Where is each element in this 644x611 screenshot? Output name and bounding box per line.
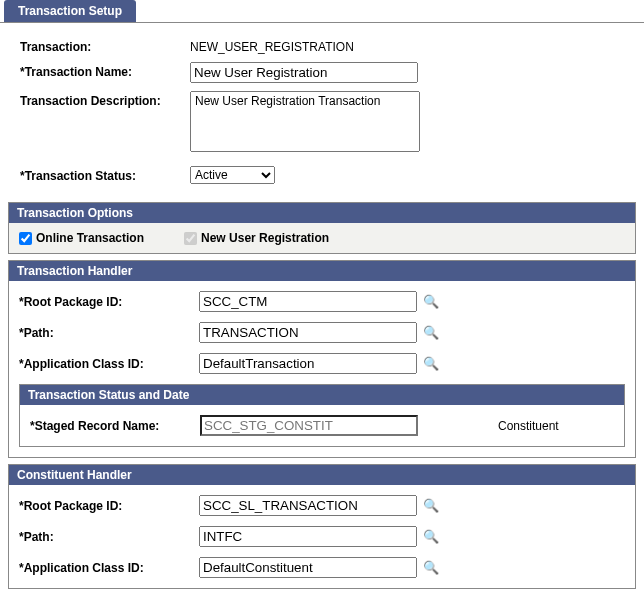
- lookup-icon[interactable]: 🔍: [423, 529, 439, 544]
- th-class-input[interactable]: [199, 353, 417, 374]
- lookup-icon[interactable]: 🔍: [423, 294, 439, 309]
- ch-root-label: *Root Package ID:: [19, 499, 199, 513]
- constituent-handler-header: Constituent Handler: [9, 465, 635, 485]
- lookup-icon[interactable]: 🔍: [423, 356, 439, 371]
- transaction-label: Transaction:: [20, 37, 190, 54]
- ch-path-label: *Path:: [19, 530, 199, 544]
- transaction-value: NEW_USER_REGISTRATION: [190, 37, 354, 54]
- th-root-input[interactable]: [199, 291, 417, 312]
- staged-record-input[interactable]: [200, 415, 418, 436]
- ch-root-input[interactable]: [199, 495, 417, 516]
- th-class-label: *Application Class ID:: [19, 357, 199, 371]
- ch-class-label: *Application Class ID:: [19, 561, 199, 575]
- online-transaction-checkbox[interactable]: [19, 232, 32, 245]
- tab-transaction-setup[interactable]: Transaction Setup: [4, 0, 136, 22]
- transaction-name-label: *Transaction Name:: [20, 62, 190, 79]
- transaction-options-header: Transaction Options: [9, 203, 635, 223]
- th-path-label: *Path:: [19, 326, 199, 340]
- online-transaction-label: Online Transaction: [36, 231, 144, 245]
- transaction-description-label: Transaction Description:: [20, 91, 190, 108]
- transaction-handler-header: Transaction Handler: [9, 261, 635, 281]
- staged-record-label: *Staged Record Name:: [30, 419, 200, 433]
- new-user-registration-checkbox[interactable]: [184, 232, 197, 245]
- transaction-status-select[interactable]: Active: [190, 166, 275, 184]
- new-user-registration-label: New User Registration: [201, 231, 329, 245]
- transaction-name-input[interactable]: [190, 62, 418, 83]
- ch-path-input[interactable]: [199, 526, 417, 547]
- transaction-status-label: *Transaction Status:: [20, 166, 190, 183]
- staged-record-trail: Constituent: [498, 419, 559, 433]
- lookup-icon[interactable]: 🔍: [423, 560, 439, 575]
- ch-class-input[interactable]: [199, 557, 417, 578]
- lookup-icon[interactable]: 🔍: [423, 325, 439, 340]
- th-root-label: *Root Package ID:: [19, 295, 199, 309]
- transaction-description-input[interactable]: [190, 91, 420, 152]
- th-path-input[interactable]: [199, 322, 417, 343]
- transaction-status-date-header: Transaction Status and Date: [20, 385, 624, 405]
- lookup-icon[interactable]: 🔍: [423, 498, 439, 513]
